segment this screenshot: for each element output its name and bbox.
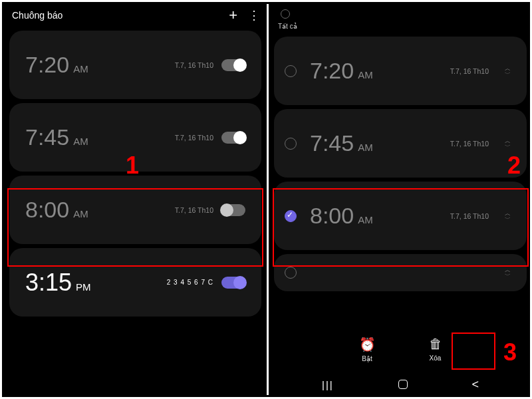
annotation-2: 2 xyxy=(507,152,521,180)
alarm-schedule: T.7, 16 Th10 xyxy=(450,67,489,75)
alarm-time: 8:00AM xyxy=(25,197,88,223)
reorder-icon[interactable]: ︿﹀ xyxy=(505,267,511,278)
alarm-schedule: T.7, 16 Th10 xyxy=(175,61,213,69)
annotation-3: 3 xyxy=(503,338,517,366)
alarm-row[interactable]: 8:00AM T.7, 16 Th10 xyxy=(9,176,261,244)
alarm-toggle[interactable] xyxy=(221,59,245,71)
alarm-schedule: T.7, 16 Th10 xyxy=(175,134,213,142)
select-checkbox[interactable] xyxy=(285,210,297,222)
alarm-header: Chuông báo + ⋮ xyxy=(4,4,267,27)
alarm-toggle[interactable] xyxy=(221,204,245,216)
alarm-schedule: T.7, 16 Th10 xyxy=(175,206,213,214)
nav-recent-icon[interactable]: ||| xyxy=(322,379,334,390)
reorder-icon[interactable]: ︿﹀ xyxy=(505,66,511,76)
alarm-row-select[interactable]: 8:00AM T.7, 16 Th10 ︿﹀ xyxy=(274,182,527,250)
alarm-schedule: 2 3 4 5 6 7 C xyxy=(167,279,213,286)
reorder-icon[interactable]: ︿﹀ xyxy=(505,138,511,149)
alarm-row[interactable]: 7:20AM T.7, 16 Th10 xyxy=(9,31,261,99)
trash-icon: 🗑 xyxy=(429,336,442,352)
select-checkbox[interactable] xyxy=(285,65,297,77)
alarm-time: 8:00AM xyxy=(310,203,373,229)
reorder-icon[interactable]: ︿﹀ xyxy=(505,211,511,221)
select-checkbox[interactable] xyxy=(285,267,297,279)
alarm-schedule: T.7, 16 Th10 xyxy=(450,140,489,148)
alarm-toggle[interactable] xyxy=(221,132,245,144)
menu-icon[interactable]: ⋮ xyxy=(248,8,259,23)
select-all-checkbox[interactable] xyxy=(281,9,290,19)
clock-icon: ⏰ xyxy=(359,336,376,352)
alarm-row-select[interactable]: 7:45AM T.7, 16 Th10 ︿﹀ xyxy=(274,109,527,178)
alarm-toggle[interactable] xyxy=(221,277,245,289)
select-checkbox[interactable] xyxy=(285,138,297,150)
alarm-time: 7:20AM xyxy=(310,58,373,84)
alarm-schedule: T.7, 16 Th10 xyxy=(450,212,489,220)
add-alarm-icon[interactable]: + xyxy=(229,7,237,24)
select-all-label: Tất cả xyxy=(269,23,532,30)
alarm-row[interactable]: 3:15PM 2 3 4 5 6 7 C xyxy=(9,248,261,317)
alarm-time: 7:20AM xyxy=(25,52,88,78)
alarm-row-select[interactable]: 7:20AM T.7, 16 Th10 ︿﹀ xyxy=(274,37,527,105)
delete-button[interactable]: 🗑 Xóa xyxy=(429,336,442,374)
page-title: Chuông báo xyxy=(12,10,63,21)
nav-home-icon[interactable] xyxy=(398,380,408,389)
alarm-time: 3:15PM xyxy=(25,269,91,297)
alarm-time: 7:45AM xyxy=(25,124,88,150)
turn-on-button[interactable]: ⏰ Bật xyxy=(359,336,376,374)
annotation-1: 1 xyxy=(126,152,139,180)
alarm-time: 7:45AM xyxy=(310,130,373,156)
alarm-row-select[interactable]: ︿﹀ xyxy=(274,254,527,291)
nav-back-icon[interactable]: < xyxy=(471,378,479,392)
